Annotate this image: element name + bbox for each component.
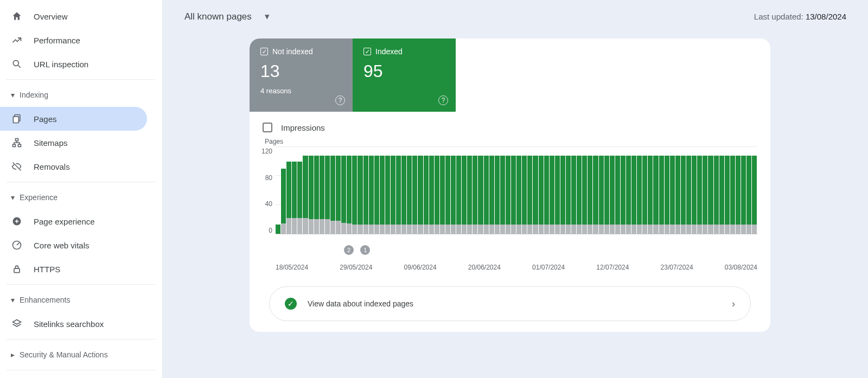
chart-bar[interactable]: [703, 148, 708, 234]
chart-bar[interactable]: [412, 148, 418, 234]
chart-bar[interactable]: [396, 148, 401, 234]
chart-bar[interactable]: [478, 148, 483, 234]
chart-bar[interactable]: [489, 148, 495, 234]
chart-event-marker[interactable]: 1: [360, 245, 370, 255]
tile-not-indexed[interactable]: ✓ Not indexed 13 4 reasons ?: [250, 39, 353, 112]
chart-bar[interactable]: [730, 148, 736, 234]
chart-bar[interactable]: [451, 148, 456, 234]
chart-bar[interactable]: [746, 148, 752, 234]
chart-bar[interactable]: [670, 148, 675, 234]
chart-bar[interactable]: [631, 148, 637, 234]
chart-bar[interactable]: [604, 148, 610, 234]
chart-bar[interactable]: [484, 148, 489, 234]
chart-bar[interactable]: [286, 148, 292, 234]
chart-bar[interactable]: [599, 148, 604, 234]
sidebar-item-removals[interactable]: Removals: [0, 155, 162, 178]
sidebar-item-url-inspection[interactable]: URL inspection: [0, 52, 162, 76]
chart-bar[interactable]: [708, 148, 713, 234]
chart-bar[interactable]: [320, 148, 325, 234]
chart-bar[interactable]: [736, 148, 741, 234]
chart-bar[interactable]: [407, 148, 412, 234]
chart-bar[interactable]: [292, 148, 297, 234]
chart-bar[interactable]: [697, 148, 703, 234]
chart-bar[interactable]: [297, 148, 303, 234]
chart-bar[interactable]: [741, 148, 746, 234]
chart-bar[interactable]: [456, 148, 462, 234]
chart-bar[interactable]: [374, 148, 380, 234]
chart-bar[interactable]: [571, 148, 577, 234]
chart-bar[interactable]: [686, 148, 692, 234]
help-icon[interactable]: ?: [438, 95, 448, 105]
sidebar-item-performance[interactable]: Performance: [0, 28, 162, 52]
sidebar-section-indexing[interactable]: ▾ Indexing: [0, 83, 162, 107]
chart-bar[interactable]: [276, 148, 281, 234]
chart-bar[interactable]: [659, 148, 665, 234]
chart-bar[interactable]: [500, 148, 506, 234]
chart-bar[interactable]: [341, 148, 347, 234]
chart-bar[interactable]: [506, 148, 511, 234]
chart-bar[interactable]: [314, 148, 320, 234]
chart-bar[interactable]: [653, 148, 659, 234]
sidebar-section-security[interactable]: ▸ Security & Manual Actions: [0, 343, 162, 367]
impressions-checkbox[interactable]: [263, 123, 272, 132]
chart-bar[interactable]: [352, 148, 358, 234]
chart-bar[interactable]: [560, 148, 566, 234]
chart-bar[interactable]: [533, 148, 538, 234]
chart-bar[interactable]: [615, 148, 621, 234]
chart-bar[interactable]: [714, 148, 719, 234]
chart-bar[interactable]: [445, 148, 451, 234]
chart-bar[interactable]: [429, 148, 435, 234]
chart-bar[interactable]: [473, 148, 478, 234]
sidebar-section-enhancements[interactable]: ▾ Enhancements: [0, 288, 162, 312]
chart-plot-area[interactable]: [276, 148, 757, 234]
chart-bar[interactable]: [637, 148, 642, 234]
chart-bar[interactable]: [281, 148, 286, 234]
chart-bar[interactable]: [516, 148, 522, 234]
chart-bar[interactable]: [363, 148, 369, 234]
chart-bar[interactable]: [435, 148, 440, 234]
chart-bar[interactable]: [385, 148, 391, 234]
view-indexed-pages-link[interactable]: ✓ View data about indexed pages ›: [269, 286, 751, 321]
chart-bar[interactable]: [467, 148, 473, 234]
chart-bar[interactable]: [577, 148, 582, 234]
chart-bar[interactable]: [401, 148, 407, 234]
chart-bar[interactable]: [347, 148, 352, 234]
chart-bar[interactable]: [495, 148, 500, 234]
chart-bar[interactable]: [550, 148, 555, 234]
chart-bar[interactable]: [358, 148, 363, 234]
chart-bar[interactable]: [325, 148, 330, 234]
chart-bar[interactable]: [544, 148, 550, 234]
chart-bar[interactable]: [692, 148, 697, 234]
chart-bar[interactable]: [665, 148, 670, 234]
chart-bar[interactable]: [593, 148, 598, 234]
chart-bar[interactable]: [440, 148, 445, 234]
chart-bar[interactable]: [681, 148, 686, 234]
chart-bar[interactable]: [610, 148, 615, 234]
chart-bar[interactable]: [752, 148, 757, 234]
chart-bar[interactable]: [539, 148, 544, 234]
chart-bar[interactable]: [380, 148, 385, 234]
sidebar-item-sitemaps[interactable]: Sitemaps: [0, 131, 162, 155]
chart-bar[interactable]: [588, 148, 593, 234]
sidebar-section-experience[interactable]: ▾ Experience: [0, 185, 162, 209]
chart-bar[interactable]: [303, 148, 308, 234]
sidebar-item-pages[interactable]: Pages: [0, 107, 147, 131]
chart-bar[interactable]: [555, 148, 560, 234]
chart-bar[interactable]: [424, 148, 429, 234]
chart-bar[interactable]: [725, 148, 730, 234]
chart-bar[interactable]: [582, 148, 588, 234]
chart-event-marker[interactable]: 2: [344, 245, 354, 255]
chart-bar[interactable]: [566, 148, 571, 234]
chart-bar[interactable]: [462, 148, 467, 234]
chart-bar[interactable]: [719, 148, 725, 234]
chart-bar[interactable]: [527, 148, 533, 234]
chart-bar[interactable]: [418, 148, 423, 234]
chart-bar[interactable]: [522, 148, 527, 234]
chart-bar[interactable]: [648, 148, 653, 234]
chart-bar[interactable]: [309, 148, 314, 234]
sidebar-item-overview[interactable]: Overview: [0, 4, 162, 28]
chart-bar[interactable]: [336, 148, 341, 234]
chart-bar[interactable]: [391, 148, 396, 234]
chart-bar[interactable]: [675, 148, 681, 234]
chart-bar[interactable]: [511, 148, 516, 234]
